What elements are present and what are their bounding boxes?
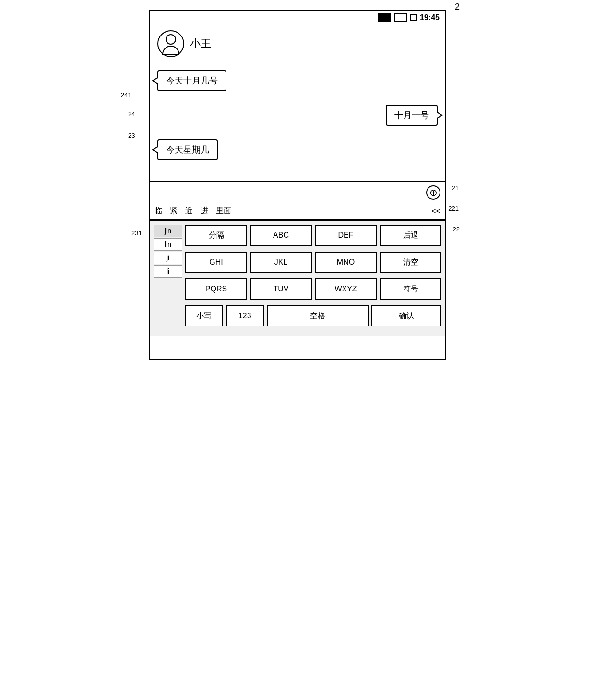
chat-area: 今天十月几号 十月一号 今天星期几 241 24 23 bbox=[150, 62, 445, 181]
quick-word-1[interactable]: 紧 bbox=[168, 205, 179, 217]
annot-241: 241 bbox=[121, 91, 131, 98]
input-bar-section: ⊕ 21 临 紧 近 进 里面 << 221 bbox=[150, 181, 445, 221]
quick-word-3[interactable]: 进 bbox=[199, 205, 210, 217]
avatar bbox=[157, 30, 184, 57]
quick-word-4[interactable]: 里面 bbox=[214, 205, 233, 217]
battery-small-icon bbox=[410, 14, 417, 21]
candidate-ji[interactable]: ji bbox=[154, 252, 182, 264]
quick-word-bar: 临 紧 近 进 里面 << 221 bbox=[150, 203, 445, 220]
key-lowercase[interactable]: 小写 bbox=[185, 305, 223, 326]
annot-23: 23 bbox=[128, 132, 135, 139]
key-confirm[interactable]: 确认 bbox=[371, 305, 441, 326]
user-name: 小王 bbox=[190, 36, 211, 51]
quick-back-button[interactable]: << bbox=[429, 206, 442, 217]
input-bar: ⊕ 21 bbox=[150, 182, 445, 203]
bubble-left-3: 今天星期几 bbox=[157, 139, 218, 160]
key-ghi[interactable]: GHI bbox=[185, 252, 247, 273]
candidate-lin[interactable]: lin bbox=[154, 238, 182, 251]
key-tuv[interactable]: TUV bbox=[250, 278, 312, 300]
key-123[interactable]: 123 bbox=[226, 305, 264, 326]
chat-row-2: 十月一号 bbox=[157, 105, 438, 133]
key-jkl[interactable]: JKL bbox=[250, 252, 312, 273]
keyboard-row-1: jin lin ji li 分隔 ABC DEF 后退 GHI JKL MNO … bbox=[154, 225, 441, 329]
key-clear[interactable]: 清空 bbox=[380, 252, 441, 273]
key-def[interactable]: DEF bbox=[315, 225, 377, 246]
avatar-body bbox=[162, 46, 179, 55]
key-pqrs[interactable]: PQRS bbox=[185, 278, 247, 300]
key-space[interactable]: 空格 bbox=[267, 305, 369, 326]
status-bar: 19:45 bbox=[150, 11, 445, 25]
keyboard-row-2-keys: GHI JKL MNO 清空 bbox=[185, 252, 441, 273]
key-fenka[interactable]: 分隔 bbox=[185, 225, 247, 246]
annot-231: 231 bbox=[131, 229, 142, 237]
key-abc[interactable]: ABC bbox=[250, 225, 312, 246]
battery-empty-icon bbox=[394, 13, 407, 22]
chat-row-3: 今天星期几 bbox=[157, 139, 438, 167]
bubble-text-3: 今天星期几 bbox=[166, 144, 209, 156]
keyboard-row-3-keys: PQRS TUV WXYZ 符号 bbox=[185, 278, 441, 300]
key-mno[interactable]: MNO bbox=[315, 252, 377, 273]
annot-22: 22 bbox=[453, 226, 460, 233]
key-wxyz[interactable]: WXYZ bbox=[315, 278, 377, 300]
chat-row-1: 今天十月几号 bbox=[157, 70, 438, 98]
key-symbol[interactable]: 符号 bbox=[380, 278, 441, 300]
keyboard-row-4-keys: 小写 123 空格 确认 bbox=[185, 305, 441, 326]
annot-24: 24 bbox=[128, 110, 135, 118]
quick-word-2[interactable]: 近 bbox=[183, 205, 195, 217]
bubble-right-2: 十月一号 bbox=[386, 105, 438, 126]
candidate-li[interactable]: li bbox=[154, 265, 182, 278]
avatar-head bbox=[166, 34, 176, 45]
text-input[interactable] bbox=[155, 186, 422, 199]
bubble-left-1: 今天十月几号 bbox=[157, 70, 226, 91]
candidate-jin[interactable]: jin bbox=[154, 225, 182, 237]
time-display: 19:45 bbox=[420, 13, 440, 22]
keyboard-row-1-keys: 分隔 ABC DEF 后退 bbox=[185, 225, 441, 246]
add-button[interactable]: ⊕ bbox=[426, 185, 440, 200]
bubble-text-2: 十月一号 bbox=[394, 109, 429, 121]
battery-full-icon bbox=[378, 13, 391, 22]
bubble-text-1: 今天十月几号 bbox=[166, 75, 218, 86]
keyboard: 22 jin lin ji li 分隔 ABC DEF 后退 GHI bbox=[150, 221, 445, 336]
diagram-label-2: 2 bbox=[455, 2, 460, 12]
user-row: 小王 bbox=[150, 25, 445, 62]
annot-221: 221 bbox=[446, 204, 461, 213]
key-backspace[interactable]: 后退 bbox=[380, 225, 441, 246]
candidate-column: jin lin ji li bbox=[154, 225, 182, 329]
annot-21: 21 bbox=[452, 184, 459, 192]
quick-word-0[interactable]: 临 bbox=[153, 205, 164, 217]
device-frame: 2 19:45 小王 今天十月几号 十月一号 今 bbox=[149, 10, 446, 360]
